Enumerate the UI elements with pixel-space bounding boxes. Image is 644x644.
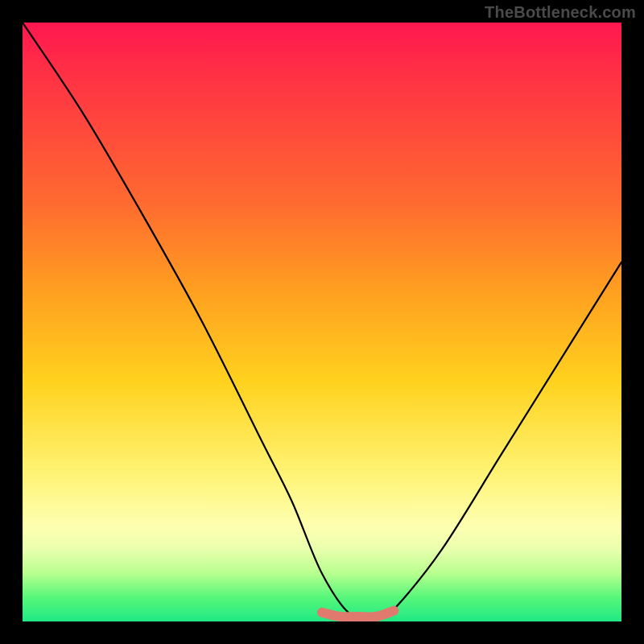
flat-bottom-highlight-path	[322, 611, 394, 617]
chart-frame: TheBottleneck.com	[0, 0, 644, 644]
chart-svg	[23, 23, 621, 621]
bottleneck-curve-path	[23, 23, 621, 619]
plot-area	[23, 23, 621, 621]
watermark-text: TheBottleneck.com	[485, 3, 636, 22]
curve-layer	[23, 23, 621, 619]
